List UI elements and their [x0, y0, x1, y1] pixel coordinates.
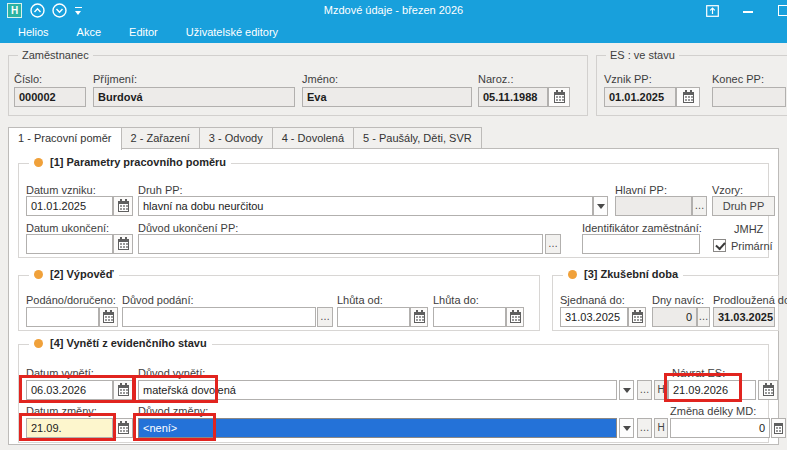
duvod-zmeny-label: Důvod změny:: [138, 405, 208, 417]
duvod-ukonceni-input[interactable]: [138, 234, 543, 254]
navrat-es-label: Návrat ES:: [672, 367, 725, 379]
datum-vyneti-calendar-button[interactable]: [113, 380, 133, 400]
dny-navic-field: 0: [652, 307, 697, 327]
datum-vzniku-input[interactable]: 01.01.2025: [26, 196, 113, 216]
datum-vyneti-input[interactable]: 06.03.2026: [26, 380, 113, 400]
calendar-icon: [510, 312, 521, 323]
datum-ukonceni-label: Datum ukončení:: [26, 222, 109, 234]
duvod-vyneti-history-button[interactable]: H: [654, 380, 668, 400]
zmena-md-label: Změna délky MD:: [670, 405, 756, 417]
duvod-podani-input[interactable]: [122, 307, 316, 327]
section-1-title: [1] Parametry pracovního poměru: [50, 156, 226, 168]
datum-vyneti-label: Datum vynětí:: [26, 367, 94, 379]
podano-calendar-button[interactable]: [99, 307, 118, 327]
sjednana-do-input[interactable]: 31.03.2025: [560, 307, 628, 327]
duvod-zmeny-history-button[interactable]: H: [654, 418, 668, 438]
calendar-icon: [118, 239, 129, 250]
lhuta-od-input[interactable]: [337, 307, 410, 327]
duvod-vyneti-combo[interactable]: mateřská dovolená: [138, 380, 617, 400]
vzory-druh-pp-button[interactable]: Druh PP: [712, 196, 775, 216]
datum-ukonceni-input[interactable]: [26, 234, 113, 254]
sjednana-do-label: Sjednaná do:: [560, 294, 625, 306]
lhuta-do-calendar-button[interactable]: [506, 307, 524, 327]
calculator-icon: [774, 423, 783, 434]
lhuta-od-label: Lhůta od:: [337, 294, 383, 306]
tab-pausaly-deti-svr[interactable]: 5 - Paušály, Děti, SVR: [354, 127, 482, 149]
prodlouzena-do-field: 31.03.2025: [713, 307, 775, 327]
navrat-es-calendar-button[interactable]: [758, 380, 778, 400]
lhuta-od-calendar-button[interactable]: [410, 307, 428, 327]
section-3-title: [3] Zkušební doba: [584, 268, 678, 280]
duvod-podani-ellipsis-button[interactable]: …: [317, 307, 333, 327]
hlavni-pp-label: Hlavní PP:: [615, 184, 667, 196]
duvod-zmeny-ellipsis-button[interactable]: …: [637, 418, 652, 438]
lhuta-do-input[interactable]: [433, 307, 506, 327]
druh-pp-dropdown-button[interactable]: [593, 196, 608, 216]
section-4-title: [4] Vynětí z evidenčního stavu: [50, 337, 207, 349]
tab-zarazeni[interactable]: 2 - Zařazení: [122, 127, 200, 149]
navrat-es-input[interactable]: 21.09.2026: [668, 380, 756, 400]
druh-pp-label: Druh PP:: [138, 184, 183, 196]
jmhz-label: JMHZ: [734, 223, 763, 235]
calendar-icon: [118, 201, 129, 212]
duvod-vyneti-label: Důvod vynětí:: [138, 367, 205, 379]
vzory-label: Vzory:: [712, 184, 743, 196]
duvod-podani-label: Důvod podání:: [122, 294, 194, 306]
datum-ukonceni-calendar-button[interactable]: [113, 234, 133, 254]
calendar-icon: [103, 312, 114, 323]
primarni-label: Primární: [731, 240, 773, 252]
duvod-zmeny-combo[interactable]: <není>: [138, 418, 617, 438]
duvod-zmeny-dropdown-button[interactable]: [619, 418, 634, 438]
hlavni-pp-ellipsis-button[interactable]: …: [692, 196, 707, 216]
lhuta-do-label: Lhůta do:: [433, 294, 479, 306]
sjednana-do-calendar-button[interactable]: [628, 307, 646, 327]
tab-pracovni-pomer[interactable]: 1 - Pracovní poměr: [8, 127, 122, 150]
zmena-md-input[interactable]: 0: [670, 418, 770, 438]
hlavni-pp-field: [615, 196, 692, 216]
datum-zmeny-label: Datum změny:: [26, 405, 97, 417]
duvod-ukonceni-ellipsis-button[interactable]: …: [545, 234, 561, 254]
datum-vzniku-label: Datum vzniku:: [26, 184, 96, 196]
dny-navic-ellipsis-button[interactable]: …: [697, 307, 710, 327]
datum-zmeny-calendar-button[interactable]: [113, 418, 133, 438]
druh-pp-combo[interactable]: hlavní na dobu neurčitou: [138, 196, 593, 216]
calendar-icon: [632, 312, 643, 323]
podano-label: Podáno/doručeno:: [26, 294, 116, 306]
identifikator-label: Identifikátor zaměstnání:: [582, 222, 702, 234]
section-2-title: [2] Výpověď: [50, 268, 114, 280]
primarni-checkbox[interactable]: [713, 239, 726, 252]
section-status-dot-icon: [34, 270, 43, 279]
duvod-vyneti-ellipsis-button[interactable]: …: [637, 380, 652, 400]
app-window: H Mzdové údaje - březen 2026 Helios Akce…: [0, 0, 787, 450]
zmena-md-calendar-button[interactable]: [771, 418, 786, 438]
section-status-dot-icon: [34, 339, 43, 348]
tab-odvody[interactable]: 3 - Odvody: [200, 127, 273, 149]
duvod-ukonceni-label: Důvod ukončení PP:: [138, 222, 238, 234]
calendar-icon: [118, 423, 129, 434]
section-status-dot-icon: [34, 158, 43, 167]
calendar-icon: [414, 312, 425, 323]
duvod-vyneti-dropdown-button[interactable]: [619, 380, 634, 400]
section-status-dot-icon: [568, 270, 577, 279]
podano-input[interactable]: [26, 307, 99, 327]
datum-vzniku-calendar-button[interactable]: [113, 196, 133, 216]
identifikator-input[interactable]: [582, 234, 700, 254]
calendar-icon: [763, 385, 774, 396]
tab-dovolena[interactable]: 4 - Dovolená: [273, 127, 354, 149]
datum-zmeny-input[interactable]: 21.09.: [26, 418, 113, 438]
tab-strip: 1 - Pracovní poměr 2 - Zařazení 3 - Odvo…: [8, 127, 482, 150]
calendar-icon: [118, 385, 129, 396]
prodlouzena-do-label: Prodloužená do:: [713, 294, 787, 306]
dny-navic-label: Dny navíc:: [652, 294, 704, 306]
